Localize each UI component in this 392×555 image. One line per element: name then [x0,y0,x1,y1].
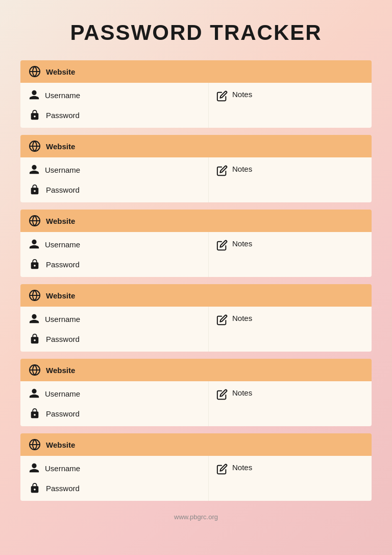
username-field-2: Username [29,164,200,175]
password-label-2: Password [46,186,80,194]
note-icon-2 [216,165,228,177]
password-field-5: Password [29,407,200,420]
password-label-6: Password [46,484,80,493]
notes-section-5: Notes [208,381,372,426]
username-field-3: Username [29,239,200,250]
website-label-6: Website [46,441,75,449]
password-field-4: Password [29,333,200,345]
user-icon-3 [29,239,40,250]
left-fields-2: Username Password [20,157,208,202]
lock-icon-6 [29,482,41,494]
website-row-5: Website [20,359,372,381]
username-label-4: Username [45,315,80,323]
tracker-container: Website Username Password Notes [20,60,372,501]
website-label-1: Website [46,67,75,76]
password-field-6: Password [29,482,200,494]
website-row-1: Website [20,60,372,83]
note-icon-6 [216,463,228,475]
details-row-4: Username Password Notes [20,307,372,352]
notes-label-6: Notes [232,463,252,472]
notes-section-1: Notes [208,83,372,128]
user-icon-5 [29,388,40,399]
lock-icon-1 [29,109,41,121]
website-row-6: Website [20,433,372,456]
user-icon-4 [29,313,40,325]
notes-label-4: Notes [232,314,252,322]
notes-section-3: Notes [208,232,372,277]
username-field-6: Username [29,462,200,474]
password-field-3: Password [29,258,200,270]
lock-icon-5 [29,407,41,420]
entry-block-3: Website Username Password Notes [20,210,372,277]
password-label-5: Password [46,409,80,418]
details-row-3: Username Password Notes [20,232,372,277]
website-label-2: Website [46,142,75,151]
details-row-6: Username Password Notes [20,456,372,501]
lock-icon-3 [29,258,41,270]
lock-icon-2 [29,183,41,196]
entry-block-4: Website Username Password Notes [20,284,372,352]
page-title: PASSWORD TRACKER [70,20,322,45]
globe-icon-1 [29,65,41,78]
user-icon-1 [29,89,40,101]
footer: www.pbgrc.org [174,513,218,521]
details-row-1: Username Password Notes [20,83,372,128]
username-label-6: Username [45,464,80,473]
notes-label-2: Notes [232,165,252,173]
website-row-3: Website [20,210,372,232]
website-row-4: Website [20,284,372,307]
globe-icon-6 [29,438,41,451]
website-row-2: Website [20,135,372,157]
username-label-1: Username [45,91,80,100]
entry-block-1: Website Username Password Notes [20,60,372,128]
lock-icon-4 [29,333,41,345]
password-label-4: Password [46,335,80,343]
username-field-1: Username [29,89,200,101]
entry-block-2: Website Username Password Notes [20,135,372,202]
globe-icon-3 [29,215,41,227]
note-icon-5 [216,388,228,401]
username-field-4: Username [29,313,200,325]
note-icon-4 [216,314,228,326]
globe-icon-2 [29,140,41,152]
user-icon-2 [29,164,40,175]
left-fields-4: Username Password [20,307,208,352]
left-fields-6: Username Password [20,456,208,501]
password-label-1: Password [46,111,80,120]
details-row-2: Username Password Notes [20,157,372,202]
notes-section-2: Notes [208,157,372,202]
note-icon-1 [216,90,228,102]
username-field-5: Username [29,388,200,399]
entry-block-5: Website Username Password Notes [20,359,372,426]
username-label-3: Username [45,240,80,249]
left-fields-1: Username Password [20,83,208,128]
website-label-3: Website [46,217,75,225]
left-fields-3: Username Password [20,232,208,277]
website-label-5: Website [46,366,75,375]
left-fields-5: Username Password [20,381,208,426]
user-icon-6 [29,462,40,474]
password-field-1: Password [29,109,200,121]
details-row-5: Username Password Notes [20,381,372,426]
note-icon-3 [216,239,228,251]
notes-section-6: Notes [208,456,372,501]
username-label-2: Username [45,166,80,174]
globe-icon-4 [29,289,41,302]
password-field-2: Password [29,183,200,196]
password-label-3: Password [46,260,80,269]
notes-label-1: Notes [232,90,252,99]
website-label-4: Website [46,291,75,300]
username-label-5: Username [45,389,80,398]
globe-icon-5 [29,364,41,376]
entry-block-6: Website Username Password Notes [20,433,372,501]
notes-section-4: Notes [208,307,372,352]
notes-label-5: Notes [232,388,252,397]
notes-label-3: Notes [232,239,252,248]
